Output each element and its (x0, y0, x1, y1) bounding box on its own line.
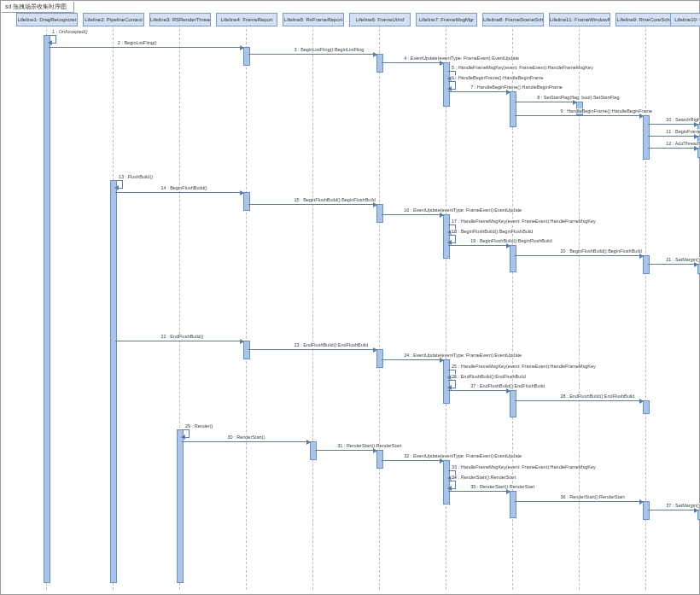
activation (243, 341, 250, 359)
message-arrow (648, 148, 697, 149)
activation (376, 54, 383, 73)
message-arrow (248, 204, 376, 205)
message-arrow (648, 136, 697, 137)
self-message (448, 235, 456, 243)
activation (376, 450, 383, 469)
message-label: 8 : SetStartFlag(flag: bool):SetStartFla… (536, 95, 620, 100)
lifeline-head-L7: Lifeline7: FrameMsgMgr (416, 13, 477, 26)
activation (643, 115, 650, 160)
message-label: 33 : HandleFrameMsgKey(event: FrameEvent… (451, 464, 597, 470)
message-label: 24 : EventUpdate(eventType: FrameEvent):… (403, 353, 522, 358)
lifeline-head-L2: Lifeline2: PipelineContext (83, 13, 144, 26)
lifeline-line-L6 (379, 25, 380, 590)
self-message (448, 380, 456, 388)
message-label: 10 : SearchRtgForTid() (665, 117, 700, 122)
message-arrow (448, 491, 510, 492)
message-label: 9 : HandleBeginFrame():HandleBeginFrame (560, 108, 654, 114)
activation (376, 349, 383, 368)
activation (510, 491, 516, 518)
message-label: 31 : RenderStart():RenderStart (336, 443, 402, 448)
message-label: 25 : HandleFrameMsgKey(event: FrameEvent… (451, 364, 597, 369)
lifeline-head-L11: Lifeline11: FrameWindowMgr (549, 13, 610, 26)
message-label: 30 : RenderStart() (227, 435, 266, 440)
message-label: 36 : RenderStart():RenderStart (560, 494, 626, 499)
activation (310, 441, 317, 460)
self-message (115, 180, 123, 189)
message-arrow (515, 115, 643, 116)
lifeline-line-L4 (246, 25, 247, 590)
message-label: 7 : HandleBeginFrame():HandleBeginFrame (470, 85, 563, 90)
message-label: 17 : HandleFrameMsgKey(event: FrameEvent… (451, 219, 597, 224)
lifeline-line-L5 (312, 25, 313, 590)
message-label: 18 : BeginFlushBuild():BeginFlushBuild (451, 229, 534, 234)
message-label: 19 : BeginFlushBuild():BeginFlushBuild (470, 238, 552, 243)
message-label: 5 : HandleFrameMsgKey(event: FrameEvent)… (451, 65, 594, 70)
message-label: 15 : BeginFlushBuild():BeginFlushBuild (294, 197, 376, 202)
self-message (182, 429, 190, 438)
message-arrow (115, 341, 243, 341)
activation (510, 390, 516, 417)
message-label: 28 : EndFlushBuild():EndFlushBuild (560, 394, 636, 399)
message-arrow (648, 124, 697, 125)
message-label: 23 : EndFlushBuild():EndFlushBuild (294, 342, 370, 347)
activation (243, 47, 250, 66)
message-arrow (448, 390, 510, 391)
activation (510, 245, 516, 272)
activation (643, 501, 650, 520)
lifeline-head-L6: Lifeline6: FrameUiIntf (349, 13, 411, 26)
activation (110, 180, 117, 583)
message-label: 14 : BeginFlushBuild() (160, 185, 208, 190)
sequence-diagram: sd 拖拽场景收集时序图 Lifeline1: DragRecognizerLi… (0, 0, 700, 595)
activation (510, 91, 516, 127)
message-label: 13 : FlushBuild() (118, 174, 154, 179)
message-arrow (515, 255, 643, 256)
activation (44, 35, 50, 583)
message-label: 1 : OnAccepted() (51, 29, 89, 34)
message-arrow (248, 54, 376, 55)
lifeline-head-L8: Lifeline8: FrameSceneSched (482, 13, 544, 26)
lifeline-head-L1: Lifeline1: DragRecognizer (16, 13, 78, 26)
self-message (448, 81, 456, 90)
message-label: 32 : EventUpdate(eventType: FrameEvent):… (403, 453, 522, 458)
message-arrow (515, 501, 643, 502)
message-label: 22 : EndFlushBuild() (160, 334, 205, 339)
message-arrow (515, 400, 643, 401)
message-label: 4 : EventUpdate(eventType: FrameEvent):E… (403, 55, 520, 61)
activation (177, 429, 184, 583)
lifeline-head-L5: Lifeline5: RsFrameReport (283, 13, 344, 26)
message-label: 35 : RenderStart():RenderStart (470, 484, 535, 489)
lifeline-head-L10: Lifeline10: RtgInterface (670, 13, 700, 26)
message-arrow (382, 359, 443, 360)
message-label: 29 : Render() (184, 423, 213, 429)
activation (243, 192, 250, 211)
message-arrow (248, 349, 376, 350)
message-arrow (315, 450, 376, 451)
message-arrow (115, 192, 243, 193)
message-label: 26 : EndFlushBuild():EndFlushBuild (451, 374, 527, 379)
message-arrow (648, 264, 697, 265)
activation (643, 400, 650, 414)
self-message (448, 481, 456, 489)
activation (643, 255, 650, 274)
lifeline-head-L4: Lifeline4: FrameReport (216, 13, 277, 26)
message-arrow (182, 441, 310, 442)
lifeline-head-L3: Lifeline3: RSRenderThread (149, 13, 211, 26)
message-arrow (648, 510, 697, 510)
message-label: 3 : BeginListFling():BeginListFling (294, 47, 365, 52)
message-arrow (382, 62, 443, 63)
message-arrow (382, 214, 443, 215)
message-label: 11 : BeginFrameFreq() (665, 129, 700, 134)
message-label: 34 : RenderStart():RenderStart (451, 475, 516, 480)
message-arrow (382, 460, 443, 461)
message-label: 6 : HandleBeginFrame():HandleBeginFrame (451, 75, 545, 80)
message-label: 27 : EndFlushBuild():EndFlushBuild (470, 383, 545, 388)
message-arrow (49, 47, 243, 48)
activation (376, 204, 383, 223)
message-arrow (448, 245, 510, 246)
message-label: 16 : EventUpdate(eventType: FrameEvent):… (403, 207, 522, 213)
diagram-title: sd 拖拽场景收集时序图 (2, 2, 74, 13)
message-arrow (448, 91, 510, 92)
message-label: 21 : SetMargin() (665, 257, 700, 262)
message-label: 37 : SetMargin() (665, 503, 700, 508)
message-arrow (515, 102, 576, 102)
